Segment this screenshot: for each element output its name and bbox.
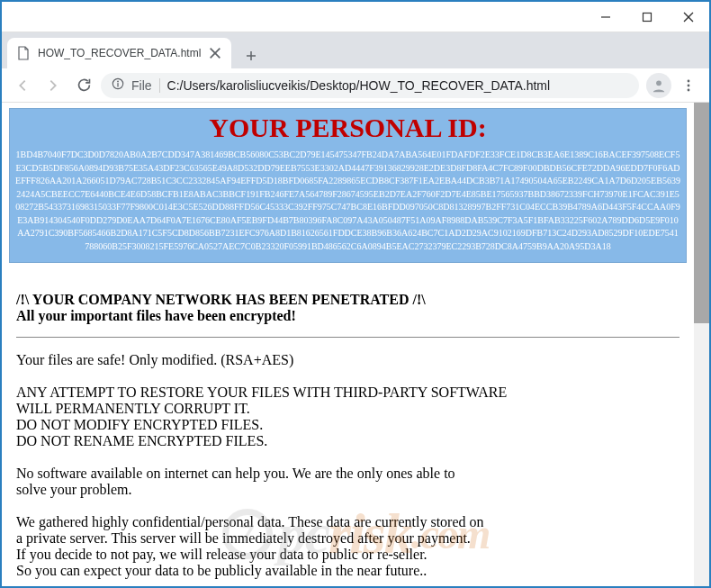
tab-title: HOW_TO_RECOVER_DATA.html (38, 47, 201, 59)
svg-point-9 (117, 81, 119, 83)
url-text: C:/Users/karolisliucveikis/Desktop/HOW_T… (167, 78, 628, 93)
warning-line-2: All your important files have been encry… (16, 308, 680, 324)
back-button[interactable] (9, 72, 36, 99)
page-content: YOUR PERSONAL ID: 1BD4B7040F7DC3D0D7820A… (2, 103, 694, 586)
svg-point-13 (688, 84, 690, 86)
warning-line-1: /!\ YOUR COMPANY NETWORK HAS BEEN PENETR… (16, 292, 680, 308)
note-paragraph-4: We gathered highly confidential/personal… (16, 514, 680, 579)
browser-tab[interactable]: HOW_TO_RECOVER_DATA.html (7, 38, 231, 68)
close-button[interactable] (668, 2, 709, 32)
personal-id-title: YOUR PERSONAL ID: (14, 113, 682, 143)
address-bar: File C:/Users/karolisliucveikis/Desktop/… (2, 68, 709, 103)
reload-button[interactable] (70, 72, 97, 99)
window-controls (585, 2, 709, 32)
omnibox[interactable]: File C:/Users/karolisliucveikis/Desktop/… (101, 73, 639, 98)
minimize-button[interactable] (585, 2, 626, 32)
note-paragraph-3: No software available on internet can he… (16, 466, 680, 498)
divider (16, 337, 680, 338)
browser-window: HOW_TO_RECOVER_DATA.html File C:/Users/k… (0, 0, 711, 588)
file-icon (16, 46, 31, 60)
svg-rect-1 (644, 13, 652, 21)
vertical-scrollbar-thumb[interactable] (694, 103, 709, 323)
personal-id-box: YOUR PERSONAL ID: 1BD4B7040F7DC3D0D7820A… (9, 108, 687, 263)
note-paragraph-2: ANY ATTEMPT TO RESTORE YOUR FILES WITH T… (16, 384, 680, 449)
window-titlebar (2, 2, 709, 32)
profile-avatar[interactable] (646, 73, 671, 98)
ransom-note-body: /!\ YOUR COMPANY NETWORK HAS BEEN PENETR… (9, 292, 687, 579)
svg-point-14 (688, 88, 690, 91)
page-viewport: YOUR PERSONAL ID: 1BD4B7040F7DC3D0D7820A… (2, 103, 709, 586)
personal-id-value: 1BD4B7040F7DC3D0D7820AB0A2B7CDD347A38146… (14, 149, 682, 253)
vertical-scrollbar-track[interactable] (694, 103, 709, 586)
svg-rect-10 (117, 83, 118, 86)
url-scheme-label: File (131, 78, 160, 93)
forward-button[interactable] (40, 72, 67, 99)
tab-close-icon[interactable] (208, 46, 222, 60)
note-paragraph-1: Your files are safe! Only modified. (RSA… (16, 352, 680, 368)
svg-point-11 (656, 80, 662, 86)
kebab-menu-button[interactable] (675, 72, 702, 99)
info-icon (112, 77, 124, 93)
new-tab-button[interactable] (238, 43, 264, 68)
maximize-button[interactable] (626, 2, 668, 32)
svg-point-12 (688, 79, 690, 82)
tab-bar: HOW_TO_RECOVER_DATA.html (2, 32, 709, 68)
